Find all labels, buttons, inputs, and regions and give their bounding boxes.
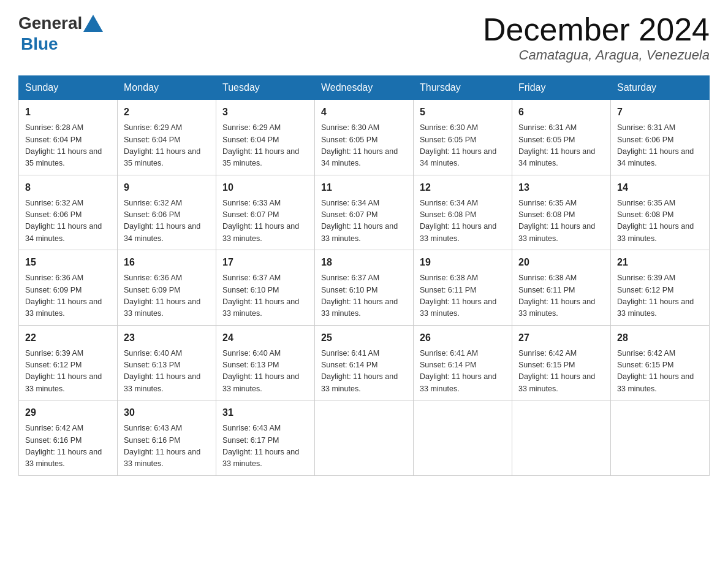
day-number: 16 [124,255,210,270]
day-number: 18 [321,255,407,270]
col-friday: Friday [512,76,611,100]
day-info: Sunrise: 6:31 AMSunset: 6:06 PMDaylight:… [617,122,703,170]
day-info: Sunrise: 6:37 AMSunset: 6:10 PMDaylight:… [321,272,407,320]
location-subtitle: Camatagua, Aragua, Venezuela [483,47,710,63]
table-row: 23Sunrise: 6:40 AMSunset: 6:13 PMDayligh… [118,325,216,400]
day-number: 9 [124,180,210,195]
day-info: Sunrise: 6:43 AMSunset: 6:17 PMDaylight:… [222,423,308,470]
table-row: 10Sunrise: 6:33 AMSunset: 6:07 PMDayligh… [216,175,315,250]
table-row [512,400,611,476]
title-section: December 2024 Camatagua, Aragua, Venezue… [483,12,710,63]
day-info: Sunrise: 6:42 AMSunset: 6:16 PMDaylight:… [25,423,111,470]
table-row: 20Sunrise: 6:38 AMSunset: 6:11 PMDayligh… [512,250,611,326]
day-info: Sunrise: 6:40 AMSunset: 6:13 PMDaylight:… [222,348,308,396]
day-info: Sunrise: 6:30 AMSunset: 6:05 PMDaylight:… [321,122,407,170]
table-row: 9Sunrise: 6:32 AMSunset: 6:06 PMDaylight… [118,175,216,250]
day-number: 1 [25,105,111,120]
table-row: 25Sunrise: 6:41 AMSunset: 6:14 PMDayligh… [315,325,414,400]
day-info: Sunrise: 6:28 AMSunset: 6:04 PMDaylight:… [25,122,111,170]
day-info: Sunrise: 6:41 AMSunset: 6:14 PMDaylight:… [321,348,407,396]
table-row [611,400,710,476]
page-header: General Blue December 2024 Camatagua, Ar… [18,12,710,63]
table-row: 16Sunrise: 6:36 AMSunset: 6:09 PMDayligh… [118,250,216,326]
logo-general-text: General [18,13,82,33]
day-number: 7 [617,105,703,120]
table-row: 2Sunrise: 6:29 AMSunset: 6:04 PMDaylight… [118,100,216,175]
calendar-week-row: 1Sunrise: 6:28 AMSunset: 6:04 PMDaylight… [19,100,710,175]
day-number: 13 [518,180,604,195]
day-number: 14 [617,180,703,195]
day-number: 28 [617,331,703,345]
calendar-week-row: 22Sunrise: 6:39 AMSunset: 6:12 PMDayligh… [19,325,710,400]
calendar-week-row: 29Sunrise: 6:42 AMSunset: 6:16 PMDayligh… [19,400,710,476]
day-info: Sunrise: 6:40 AMSunset: 6:13 PMDaylight:… [124,348,210,396]
day-number: 10 [222,180,308,195]
calendar-week-row: 15Sunrise: 6:36 AMSunset: 6:09 PMDayligh… [19,250,710,326]
day-info: Sunrise: 6:38 AMSunset: 6:11 PMDaylight:… [420,272,506,320]
day-info: Sunrise: 6:39 AMSunset: 6:12 PMDaylight:… [617,272,703,320]
svg-marker-0 [83,15,103,32]
table-row: 24Sunrise: 6:40 AMSunset: 6:13 PMDayligh… [216,325,315,400]
day-info: Sunrise: 6:41 AMSunset: 6:14 PMDaylight:… [420,348,506,396]
table-row: 6Sunrise: 6:31 AMSunset: 6:05 PMDaylight… [512,100,611,175]
day-number: 17 [222,255,308,270]
day-info: Sunrise: 6:42 AMSunset: 6:15 PMDaylight:… [518,348,604,396]
day-number: 25 [321,331,407,345]
day-number: 23 [124,331,210,345]
table-row: 7Sunrise: 6:31 AMSunset: 6:06 PMDaylight… [611,100,710,175]
day-number: 22 [25,331,111,345]
col-sunday: Sunday [19,76,118,100]
day-number: 29 [25,405,111,420]
day-number: 4 [321,105,407,120]
table-row: 28Sunrise: 6:42 AMSunset: 6:15 PMDayligh… [611,325,710,400]
day-info: Sunrise: 6:32 AMSunset: 6:06 PMDaylight:… [124,197,210,245]
table-row: 21Sunrise: 6:39 AMSunset: 6:12 PMDayligh… [611,250,710,326]
day-info: Sunrise: 6:30 AMSunset: 6:05 PMDaylight:… [420,122,506,170]
table-row: 14Sunrise: 6:35 AMSunset: 6:08 PMDayligh… [611,175,710,250]
day-info: Sunrise: 6:43 AMSunset: 6:16 PMDaylight:… [124,423,210,470]
day-info: Sunrise: 6:39 AMSunset: 6:12 PMDaylight:… [25,348,111,396]
calendar-header-row: Sunday Monday Tuesday Wednesday Thursday… [19,76,710,100]
day-number: 30 [124,405,210,420]
logo-blue-text: Blue [21,34,58,53]
col-thursday: Thursday [414,76,512,100]
table-row: 29Sunrise: 6:42 AMSunset: 6:16 PMDayligh… [19,400,118,476]
table-row [414,400,512,476]
calendar-week-row: 8Sunrise: 6:32 AMSunset: 6:06 PMDaylight… [19,175,710,250]
day-number: 15 [25,255,111,270]
day-number: 21 [617,255,703,270]
table-row: 18Sunrise: 6:37 AMSunset: 6:10 PMDayligh… [315,250,414,326]
table-row: 8Sunrise: 6:32 AMSunset: 6:06 PMDaylight… [19,175,118,250]
day-info: Sunrise: 6:33 AMSunset: 6:07 PMDaylight:… [222,197,308,245]
day-number: 24 [222,331,308,345]
table-row: 12Sunrise: 6:34 AMSunset: 6:08 PMDayligh… [414,175,512,250]
table-row [315,400,414,476]
day-number: 27 [518,331,604,345]
day-number: 12 [420,180,506,195]
logo-triangle-icon [82,12,104,34]
day-info: Sunrise: 6:37 AMSunset: 6:10 PMDaylight:… [222,272,308,320]
table-row: 5Sunrise: 6:30 AMSunset: 6:05 PMDaylight… [414,100,512,175]
day-info: Sunrise: 6:34 AMSunset: 6:07 PMDaylight:… [321,197,407,245]
day-info: Sunrise: 6:29 AMSunset: 6:04 PMDaylight:… [222,122,308,170]
day-info: Sunrise: 6:42 AMSunset: 6:15 PMDaylight:… [617,348,703,396]
day-number: 3 [222,105,308,120]
day-number: 5 [420,105,506,120]
day-number: 6 [518,105,604,120]
day-info: Sunrise: 6:32 AMSunset: 6:06 PMDaylight:… [25,197,111,245]
month-title: December 2024 [483,12,710,47]
col-wednesday: Wednesday [315,76,414,100]
day-info: Sunrise: 6:36 AMSunset: 6:09 PMDaylight:… [25,272,111,320]
logo: General Blue [18,12,104,54]
table-row: 19Sunrise: 6:38 AMSunset: 6:11 PMDayligh… [414,250,512,326]
table-row: 22Sunrise: 6:39 AMSunset: 6:12 PMDayligh… [19,325,118,400]
day-number: 31 [222,405,308,420]
calendar-table: Sunday Monday Tuesday Wednesday Thursday… [18,75,710,476]
day-info: Sunrise: 6:34 AMSunset: 6:08 PMDaylight:… [420,197,506,245]
col-tuesday: Tuesday [216,76,315,100]
table-row: 4Sunrise: 6:30 AMSunset: 6:05 PMDaylight… [315,100,414,175]
table-row: 26Sunrise: 6:41 AMSunset: 6:14 PMDayligh… [414,325,512,400]
day-info: Sunrise: 6:38 AMSunset: 6:11 PMDaylight:… [518,272,604,320]
table-row: 27Sunrise: 6:42 AMSunset: 6:15 PMDayligh… [512,325,611,400]
table-row: 15Sunrise: 6:36 AMSunset: 6:09 PMDayligh… [19,250,118,326]
